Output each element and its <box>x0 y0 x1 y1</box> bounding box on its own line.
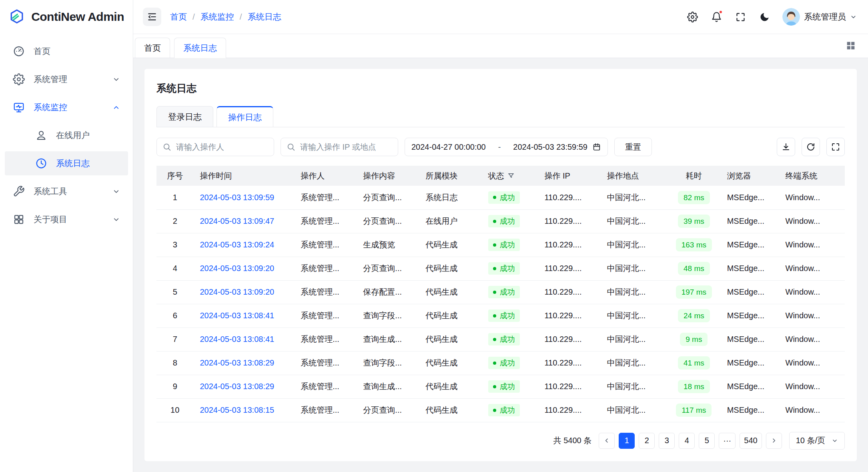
table-row: 32024-05-03 13:09:24系统管理...生成预览代码生成成功110… <box>156 233 845 257</box>
prev-page-button[interactable] <box>599 433 615 449</box>
table-fullscreen-button[interactable] <box>826 138 845 156</box>
sidebar-item-system-logs[interactable]: 系统日志 <box>5 151 128 175</box>
dark-mode-button[interactable] <box>758 11 770 23</box>
page-size-select[interactable]: 10 条/页 <box>789 432 845 450</box>
filter-funnel-icon[interactable] <box>507 172 515 179</box>
settings-button[interactable] <box>686 11 698 23</box>
cell-operator: 系统管理... <box>294 351 357 375</box>
log-detail-link[interactable]: 2024-05-03 13:08:41 <box>200 311 274 320</box>
status-badge: 成功 <box>488 215 520 227</box>
sidebar-item-system-management[interactable]: 系统管理 <box>5 67 128 91</box>
page-tab-system-logs[interactable]: 系统日志 <box>174 38 226 58</box>
cell-os: Window... <box>779 186 845 209</box>
cell-duration: 48 ms <box>667 257 721 280</box>
breadcrumb-item-logs[interactable]: 系统日志 <box>248 11 281 22</box>
log-detail-link[interactable]: 2024-05-03 13:09:47 <box>200 217 274 225</box>
page-tab-label: 首页 <box>144 42 161 54</box>
filter-toolbar: 2024-04-27 00:00:00 - 2024-05-03 23:59:5… <box>156 138 845 156</box>
sidebar-item-system-monitor[interactable]: 系统监控 <box>5 95 128 119</box>
tab-label: 登录日志 <box>168 111 202 123</box>
cell-operator: 系统管理... <box>294 209 357 233</box>
date-end-value[interactable]: 2024-05-03 23:59:59 <box>513 143 587 152</box>
notifications-button[interactable] <box>710 11 722 23</box>
tab-actions-button[interactable] <box>845 40 857 52</box>
brand-header[interactable]: ContiNew Admin <box>0 0 133 34</box>
sidebar-item-label: 首页 <box>34 46 120 57</box>
cell-duration: 163 ms <box>667 233 721 257</box>
user-menu[interactable]: 系统管理员 <box>782 8 857 26</box>
status-dot-icon <box>493 409 496 412</box>
breadcrumb-item-home[interactable]: 首页 <box>170 11 187 22</box>
chevron-down-icon <box>112 216 120 223</box>
cell-ip: 110.229.... <box>538 327 600 351</box>
ip-search-field[interactable] <box>281 138 398 156</box>
log-detail-link[interactable]: 2024-05-03 13:08:29 <box>200 382 274 391</box>
date-range-picker[interactable]: 2024-04-27 00:00:00 - 2024-05-03 23:59:5… <box>405 138 608 156</box>
page-button-1[interactable]: 1 <box>619 433 635 449</box>
cell-ip: 110.229.... <box>538 280 600 304</box>
table-row: 72024-05-03 13:08:41系统管理...查询生成...代码生成成功… <box>156 327 845 351</box>
tab-operation-logs[interactable]: 操作日志 <box>216 106 273 127</box>
cell-index: 5 <box>156 280 193 304</box>
col-operator: 操作人 <box>294 166 357 186</box>
system-logs-card: 系统日志 登录日志 操作日志 <box>144 69 857 461</box>
cell-browser: MSEdge... <box>721 351 779 375</box>
cell-os: Window... <box>779 375 845 398</box>
operator-search-field[interactable] <box>156 138 274 156</box>
export-button[interactable] <box>777 138 795 156</box>
status-label: 成功 <box>500 217 515 225</box>
cell-browser: MSEdge... <box>721 304 779 327</box>
cell-operator: 系统管理... <box>294 327 357 351</box>
page-button-last[interactable]: 540 <box>740 433 762 449</box>
refresh-button[interactable] <box>802 138 820 156</box>
sidebar-collapse-button[interactable] <box>143 8 161 26</box>
reset-button[interactable]: 重置 <box>614 138 652 156</box>
duration-badge: 9 ms <box>680 333 708 346</box>
status-dot-icon <box>493 267 496 270</box>
page-tab-home[interactable]: 首页 <box>135 38 170 58</box>
page-button-4[interactable]: 4 <box>679 433 695 449</box>
col-duration: 耗时 <box>667 166 721 186</box>
page-button-5[interactable]: 5 <box>699 433 715 449</box>
fullscreen-button[interactable] <box>734 11 746 23</box>
menu-fold-icon <box>147 12 157 22</box>
table-row: 22024-05-03 13:09:47系统管理...分页查询...在线用户成功… <box>156 209 845 233</box>
status-dot-icon <box>493 196 496 199</box>
operator-search-input[interactable] <box>175 142 268 152</box>
log-detail-link[interactable]: 2024-05-03 13:09:59 <box>200 193 274 202</box>
sidebar-item-label: 系统工具 <box>34 186 104 197</box>
tab-login-logs[interactable]: 登录日志 <box>156 106 213 127</box>
duration-badge: 18 ms <box>678 380 710 393</box>
log-detail-link[interactable]: 2024-05-03 13:09:20 <box>200 264 274 273</box>
app-window: ContiNew Admin 首页 系统管理 <box>0 0 868 472</box>
cell-content: 分页查询... <box>357 186 419 209</box>
sidebar-item-online-users[interactable]: 在线用户 <box>5 123 128 147</box>
table-row: 42024-05-03 13:09:20系统管理...分页查询...代码生成成功… <box>156 257 845 280</box>
cell-operator: 系统管理... <box>294 280 357 304</box>
sidebar-item-home[interactable]: 首页 <box>5 39 128 63</box>
log-detail-link[interactable]: 2024-05-03 13:08:41 <box>200 335 274 343</box>
page-button-2[interactable]: 2 <box>639 433 655 449</box>
cell-module: 代码生成 <box>419 351 482 375</box>
status-dot-icon <box>493 362 496 365</box>
cell-os: Window... <box>779 351 845 375</box>
log-detail-link[interactable]: 2024-05-03 13:09:24 <box>200 240 274 249</box>
search-icon <box>287 143 295 151</box>
more-pages-button[interactable]: ··· <box>719 433 736 449</box>
sidebar-item-system-tools[interactable]: 系统工具 <box>5 179 128 203</box>
topbar: 首页 / 系统监控 / 系统日志 <box>133 0 868 34</box>
breadcrumb-item-monitor[interactable]: 系统监控 <box>200 11 234 22</box>
date-start-value[interactable]: 2024-04-27 00:00:00 <box>411 143 486 152</box>
cell-time: 2024-05-03 13:09:20 <box>193 280 294 304</box>
log-detail-link[interactable]: 2024-05-03 13:08:29 <box>200 358 274 367</box>
log-detail-link[interactable]: 2024-05-03 13:09:20 <box>200 287 274 296</box>
page-button-3[interactable]: 3 <box>659 433 675 449</box>
log-detail-link[interactable]: 2024-05-03 13:08:15 <box>200 406 274 414</box>
cell-content: 分页查询... <box>357 209 419 233</box>
cell-os: Window... <box>779 233 845 257</box>
ip-search-input[interactable] <box>299 142 392 152</box>
log-type-tabs: 登录日志 操作日志 <box>156 106 845 127</box>
sidebar-item-about-project[interactable]: 关于项目 <box>5 207 128 231</box>
next-page-button[interactable] <box>766 433 782 449</box>
download-icon <box>781 142 791 152</box>
